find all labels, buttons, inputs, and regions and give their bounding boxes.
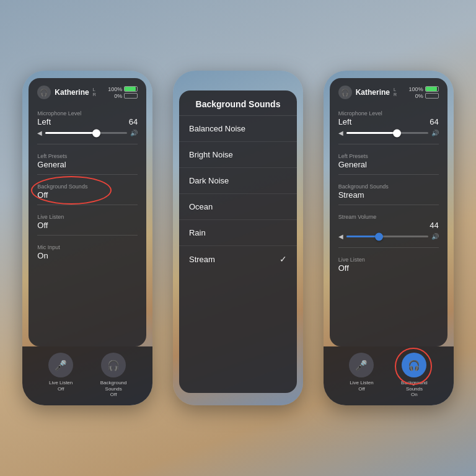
stream-vol-label-after: Stream Volume bbox=[338, 214, 439, 220]
menu-item-rain[interactable]: Rain bbox=[179, 220, 297, 246]
battery-100-row: 100% bbox=[108, 86, 138, 92]
battery-bar-full-after bbox=[425, 86, 439, 92]
menu-item-dark-noise[interactable]: Dark Noise bbox=[179, 168, 297, 194]
divider-3-before bbox=[37, 205, 138, 205]
live-listen-btn-before[interactable]: 🎤 Live ListenOff bbox=[48, 353, 73, 398]
divider-3-after bbox=[338, 205, 439, 205]
presets-value-after: General bbox=[338, 160, 439, 169]
bg-sounds-label-before: Background Sounds bbox=[37, 183, 138, 190]
live-listen-btn-after[interactable]: 🎤 Live ListenOff bbox=[349, 353, 374, 398]
presets-value-before: General bbox=[37, 160, 138, 169]
menu-item-label-bright: Bright Noise bbox=[189, 150, 233, 159]
live-listen-value-after: Off bbox=[338, 263, 439, 273]
battery-info-after: 100% 0% bbox=[409, 86, 439, 99]
panel-before: 🎧 Katherine L R 100% bbox=[22, 71, 152, 405]
lr-labels-before: L R bbox=[93, 87, 96, 97]
battery-0-row: 0% bbox=[114, 93, 138, 99]
main-container: 🎧 Katherine L R 100% bbox=[0, 0, 476, 476]
header-row-before: 🎧 Katherine L R 100% bbox=[37, 86, 138, 99]
bg-sounds-label-after: Background Sounds bbox=[338, 183, 439, 190]
divider-4-before bbox=[37, 235, 138, 236]
bg-sounds-btn-label-after: BackgroundSoundsOn bbox=[401, 380, 428, 398]
volume-high-icon: 🔊 bbox=[130, 130, 138, 136]
mic-input-value-before: On bbox=[37, 251, 138, 260]
panel-menu: Background Sounds Balanced Noise Bright … bbox=[173, 71, 303, 405]
ear-icon-after: 🎧 bbox=[338, 86, 352, 99]
left-label-after: Left 64 bbox=[338, 117, 439, 126]
menu-item-balanced-noise[interactable]: Balanced Noise bbox=[179, 116, 297, 142]
mic-slider-row-after: ◀ 🔊 bbox=[338, 130, 439, 136]
hearing-card-before: 🎧 Katherine L R 100% bbox=[29, 78, 146, 346]
slider-thumb-before[interactable] bbox=[92, 129, 100, 137]
stream-slider-fill bbox=[346, 236, 377, 237]
battery-bar-full bbox=[124, 86, 138, 92]
live-listen-btn-label-after: Live ListenOff bbox=[350, 380, 373, 392]
menu-item-label-stream: Stream bbox=[189, 255, 215, 264]
live-listen-icon-after[interactable]: 🎤 bbox=[349, 353, 374, 377]
volume-low-icon: ◀ bbox=[37, 130, 42, 136]
panel-after-content: 🎧 Katherine L R 100% bbox=[324, 71, 454, 405]
menu-item-bright-noise[interactable]: Bright Noise bbox=[179, 142, 297, 168]
presets-label-before: Left Presets bbox=[37, 153, 138, 159]
slider-thumb-after[interactable] bbox=[393, 129, 401, 137]
bg-sounds-btn-after[interactable]: 🎧 BackgroundSoundsOn bbox=[401, 353, 428, 398]
ear-icon-before: 🎧 bbox=[37, 86, 51, 99]
panel-after: 🎧 Katherine L R 100% bbox=[324, 71, 454, 405]
divider-2-before bbox=[37, 174, 138, 175]
mic-slider-track-after[interactable] bbox=[346, 132, 428, 134]
bottom-buttons-after: 🎤 Live ListenOff 🎧 BackgroundSoundsOn bbox=[324, 346, 454, 405]
divider-1-before bbox=[37, 144, 138, 144]
hearing-card-after: 🎧 Katherine L R 100% bbox=[330, 78, 447, 346]
bg-sounds-value-before: Off bbox=[37, 190, 138, 200]
battery-fill-full-after bbox=[426, 87, 437, 91]
menu-item-stream[interactable]: Stream ✓ bbox=[179, 246, 297, 272]
slider-fill-before bbox=[45, 132, 94, 134]
stream-vol-value-after: 44 bbox=[338, 221, 439, 230]
divider-4-after bbox=[338, 247, 439, 248]
battery-fill-full bbox=[125, 87, 136, 91]
battery-info-before: 100% 0% bbox=[108, 86, 138, 99]
divider-2-after bbox=[338, 174, 439, 175]
bg-sounds-icon-after[interactable]: 🎧 bbox=[402, 353, 426, 377]
bottom-buttons-before: 🎤 Live ListenOff 🎧 BackgroundSoundsOff bbox=[22, 346, 152, 405]
panel-before-content: 🎧 Katherine L R 100% bbox=[22, 71, 152, 405]
volume-high-icon-after: 🔊 bbox=[431, 130, 439, 136]
stream-slider-row-after: ◀ 🔊 bbox=[338, 233, 439, 240]
left-label-before: Left 64 bbox=[37, 117, 138, 126]
stream-vol-low-icon: ◀ bbox=[338, 233, 343, 240]
bg-sounds-menu-card: Background Sounds Balanced Noise Bright … bbox=[179, 90, 297, 393]
menu-item-label-rain: Rain bbox=[189, 228, 206, 237]
header-row-after: 🎧 Katherine L R 100% bbox=[338, 86, 439, 99]
stream-slider-thumb[interactable] bbox=[375, 232, 383, 240]
battery-0-row-after: 0% bbox=[415, 93, 439, 99]
battery-bar-empty-after bbox=[425, 93, 439, 99]
lr-labels-after: L R bbox=[394, 87, 397, 97]
menu-item-label-dark: Dark Noise bbox=[189, 176, 229, 185]
divider-1-after bbox=[338, 144, 439, 144]
mic-input-label-before: Mic Input bbox=[37, 244, 138, 250]
username-after: Katherine bbox=[356, 88, 390, 97]
bg-sounds-value-after: Stream bbox=[338, 190, 439, 200]
menu-item-label-ocean: Ocean bbox=[189, 202, 213, 211]
menu-item-ocean[interactable]: Ocean bbox=[179, 194, 297, 220]
volume-low-icon-after: ◀ bbox=[338, 130, 343, 136]
presets-label-after: Left Presets bbox=[338, 153, 439, 159]
mic-level-label-after: Microphone Level bbox=[338, 110, 439, 117]
user-info-after: 🎧 Katherine L R bbox=[338, 86, 397, 99]
live-listen-icon-before[interactable]: 🎤 bbox=[48, 353, 73, 377]
battery-bar-empty bbox=[124, 93, 138, 99]
stream-vol-high-icon: 🔊 bbox=[431, 233, 439, 240]
bg-sounds-btn-before[interactable]: 🎧 BackgroundSoundsOff bbox=[100, 353, 127, 398]
mic-slider-row-before: ◀ 🔊 bbox=[37, 130, 138, 136]
live-listen-value-before: Off bbox=[37, 221, 138, 230]
bg-sounds-btn-label-before: BackgroundSoundsOff bbox=[100, 380, 127, 398]
user-info-before: 🎧 Katherine L R bbox=[37, 86, 95, 99]
bg-sounds-icon-before[interactable]: 🎧 bbox=[101, 353, 126, 377]
mic-level-label-before: Microphone Level bbox=[37, 110, 138, 117]
bg-sounds-menu-title: Background Sounds bbox=[179, 90, 297, 116]
checkmark-icon: ✓ bbox=[280, 254, 287, 264]
mic-slider-track-before[interactable] bbox=[45, 132, 127, 134]
username-before: Katherine bbox=[55, 88, 89, 97]
stream-slider-track[interactable] bbox=[346, 236, 428, 237]
live-listen-label-before: Live Listen bbox=[37, 214, 138, 220]
